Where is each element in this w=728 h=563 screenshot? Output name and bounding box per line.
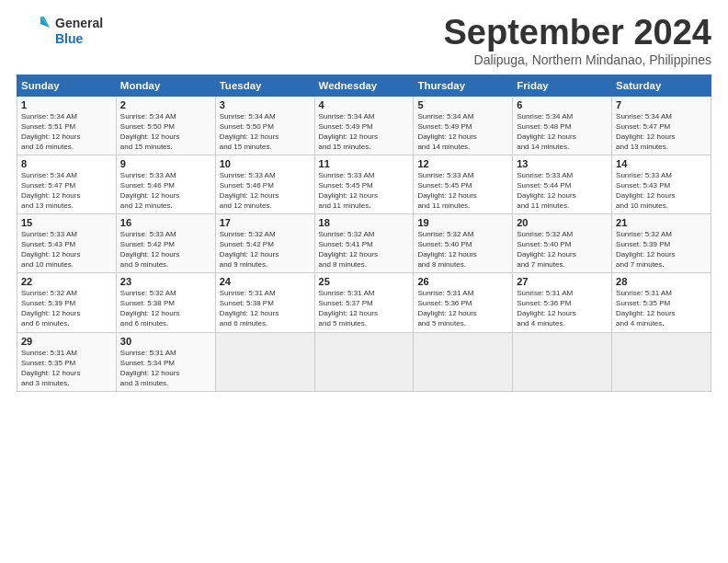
day-cell: 18Sunrise: 5:32 AMSunset: 5:41 PMDayligh…	[314, 214, 414, 273]
day-number: 5	[417, 99, 508, 110]
calendar-header-row: SundayMondayTuesdayWednesdayThursdayFrid…	[17, 75, 711, 97]
day-info: Sunrise: 5:31 AMSunset: 5:37 PMDaylight:…	[319, 288, 410, 328]
day-info: Sunrise: 5:33 AMSunset: 5:43 PMDaylight:…	[616, 170, 707, 211]
table-row: 1Sunrise: 5:34 AMSunset: 5:51 PMDaylight…	[17, 97, 711, 155]
day-cell: 24Sunrise: 5:31 AMSunset: 5:38 PMDayligh…	[215, 273, 314, 332]
day-number: 25	[319, 276, 410, 287]
day-cell: 2Sunrise: 5:34 AMSunset: 5:50 PMDaylight…	[116, 97, 215, 155]
day-cell: 28Sunrise: 5:31 AMSunset: 5:35 PMDayligh…	[612, 273, 711, 332]
empty-cell	[314, 332, 414, 391]
day-number: 10	[220, 158, 311, 169]
logo-svg	[17, 13, 50, 46]
day-info: Sunrise: 5:33 AMSunset: 5:43 PMDaylight:…	[21, 229, 112, 270]
empty-cell	[513, 332, 612, 391]
day-number: 23	[120, 276, 211, 287]
day-info: Sunrise: 5:33 AMSunset: 5:46 PMDaylight:…	[120, 170, 211, 211]
day-number: 15	[21, 217, 112, 228]
day-info: Sunrise: 5:33 AMSunset: 5:44 PMDaylight:…	[517, 170, 608, 211]
logo-blue: Blue	[55, 31, 103, 47]
day-info: Sunrise: 5:34 AMSunset: 5:51 PMDaylight:…	[21, 111, 112, 152]
day-cell: 26Sunrise: 5:31 AMSunset: 5:36 PMDayligh…	[414, 273, 513, 332]
title-block: September 2024Dalipuga, Northern Mindana…	[444, 13, 712, 67]
day-cell: 29Sunrise: 5:31 AMSunset: 5:35 PMDayligh…	[17, 332, 117, 391]
day-info: Sunrise: 5:32 AMSunset: 5:38 PMDaylight:…	[120, 288, 211, 328]
month-title: September 2024	[444, 13, 712, 52]
day-info: Sunrise: 5:31 AMSunset: 5:36 PMDaylight:…	[517, 288, 608, 328]
day-info: Sunrise: 5:31 AMSunset: 5:38 PMDaylight:…	[220, 288, 311, 328]
day-cell: 9Sunrise: 5:33 AMSunset: 5:46 PMDaylight…	[116, 155, 215, 214]
empty-cell	[414, 332, 513, 391]
day-number: 17	[220, 217, 311, 228]
day-number: 4	[319, 99, 410, 110]
day-cell: 10Sunrise: 5:33 AMSunset: 5:46 PMDayligh…	[215, 155, 314, 214]
day-info: Sunrise: 5:34 AMSunset: 5:50 PMDaylight:…	[220, 111, 311, 152]
day-number: 27	[517, 276, 608, 287]
day-cell: 17Sunrise: 5:32 AMSunset: 5:42 PMDayligh…	[215, 214, 314, 273]
day-number: 30	[120, 336, 211, 347]
day-cell: 5Sunrise: 5:34 AMSunset: 5:49 PMDaylight…	[414, 97, 513, 155]
day-info: Sunrise: 5:33 AMSunset: 5:46 PMDaylight:…	[220, 170, 311, 211]
logo: GeneralBlue	[17, 13, 103, 50]
day-info: Sunrise: 5:32 AMSunset: 5:39 PMDaylight:…	[21, 288, 112, 328]
day-cell: 15Sunrise: 5:33 AMSunset: 5:43 PMDayligh…	[17, 214, 117, 273]
page-container: GeneralBlueSeptember 2024Dalipuga, North…	[0, 0, 728, 399]
day-number: 1	[21, 99, 112, 110]
day-cell: 19Sunrise: 5:32 AMSunset: 5:40 PMDayligh…	[414, 214, 513, 273]
day-cell: 12Sunrise: 5:33 AMSunset: 5:45 PMDayligh…	[414, 155, 513, 214]
day-cell: 14Sunrise: 5:33 AMSunset: 5:43 PMDayligh…	[612, 155, 711, 214]
col-sunday: Sunday	[17, 75, 117, 97]
header: GeneralBlueSeptember 2024Dalipuga, North…	[17, 13, 711, 67]
day-cell: 16Sunrise: 5:33 AMSunset: 5:42 PMDayligh…	[116, 214, 215, 273]
logo-icon	[17, 13, 50, 50]
day-number: 7	[616, 99, 707, 110]
day-info: Sunrise: 5:32 AMSunset: 5:42 PMDaylight:…	[220, 229, 311, 270]
day-cell: 20Sunrise: 5:32 AMSunset: 5:40 PMDayligh…	[513, 214, 612, 273]
day-cell: 22Sunrise: 5:32 AMSunset: 5:39 PMDayligh…	[17, 273, 117, 332]
day-info: Sunrise: 5:33 AMSunset: 5:45 PMDaylight:…	[417, 170, 508, 211]
day-number: 3	[220, 99, 311, 110]
day-cell: 25Sunrise: 5:31 AMSunset: 5:37 PMDayligh…	[314, 273, 414, 332]
day-number: 18	[319, 217, 410, 228]
day-cell: 30Sunrise: 5:31 AMSunset: 5:34 PMDayligh…	[116, 332, 215, 391]
col-thursday: Thursday	[414, 75, 513, 97]
day-number: 6	[517, 99, 608, 110]
day-info: Sunrise: 5:31 AMSunset: 5:36 PMDaylight:…	[417, 288, 508, 328]
day-info: Sunrise: 5:32 AMSunset: 5:39 PMDaylight:…	[616, 229, 707, 270]
day-info: Sunrise: 5:31 AMSunset: 5:35 PMDaylight:…	[616, 288, 707, 328]
day-info: Sunrise: 5:32 AMSunset: 5:40 PMDaylight:…	[417, 229, 508, 270]
day-cell: 7Sunrise: 5:34 AMSunset: 5:47 PMDaylight…	[612, 97, 711, 155]
day-cell: 3Sunrise: 5:34 AMSunset: 5:50 PMDaylight…	[215, 97, 314, 155]
day-cell: 8Sunrise: 5:34 AMSunset: 5:47 PMDaylight…	[17, 155, 117, 214]
day-cell: 11Sunrise: 5:33 AMSunset: 5:45 PMDayligh…	[314, 155, 414, 214]
col-saturday: Saturday	[612, 75, 711, 97]
col-tuesday: Tuesday	[215, 75, 314, 97]
day-number: 24	[220, 276, 311, 287]
day-number: 13	[517, 158, 608, 169]
day-number: 29	[21, 336, 112, 347]
day-number: 22	[21, 276, 112, 287]
day-info: Sunrise: 5:34 AMSunset: 5:47 PMDaylight:…	[616, 111, 707, 152]
day-info: Sunrise: 5:34 AMSunset: 5:47 PMDaylight:…	[21, 170, 112, 211]
table-row: 8Sunrise: 5:34 AMSunset: 5:47 PMDaylight…	[17, 155, 711, 214]
table-row: 29Sunrise: 5:31 AMSunset: 5:35 PMDayligh…	[17, 332, 711, 391]
col-friday: Friday	[513, 75, 612, 97]
day-number: 2	[120, 99, 211, 110]
day-info: Sunrise: 5:34 AMSunset: 5:48 PMDaylight:…	[517, 111, 608, 152]
day-info: Sunrise: 5:34 AMSunset: 5:50 PMDaylight:…	[120, 111, 211, 152]
day-info: Sunrise: 5:32 AMSunset: 5:41 PMDaylight:…	[319, 229, 410, 270]
day-info: Sunrise: 5:31 AMSunset: 5:35 PMDaylight:…	[21, 348, 112, 388]
day-number: 11	[319, 158, 410, 169]
table-row: 22Sunrise: 5:32 AMSunset: 5:39 PMDayligh…	[17, 273, 711, 332]
location-subtitle: Dalipuga, Northern Mindanao, Philippines	[444, 52, 712, 67]
day-number: 19	[417, 217, 508, 228]
day-cell: 27Sunrise: 5:31 AMSunset: 5:36 PMDayligh…	[513, 273, 612, 332]
empty-cell	[215, 332, 314, 391]
table-row: 15Sunrise: 5:33 AMSunset: 5:43 PMDayligh…	[17, 214, 711, 273]
day-info: Sunrise: 5:33 AMSunset: 5:42 PMDaylight:…	[120, 229, 211, 270]
day-cell: 13Sunrise: 5:33 AMSunset: 5:44 PMDayligh…	[513, 155, 612, 214]
day-cell: 21Sunrise: 5:32 AMSunset: 5:39 PMDayligh…	[612, 214, 711, 273]
day-info: Sunrise: 5:34 AMSunset: 5:49 PMDaylight:…	[417, 111, 508, 152]
day-number: 20	[517, 217, 608, 228]
day-number: 12	[417, 158, 508, 169]
day-number: 14	[616, 158, 707, 169]
